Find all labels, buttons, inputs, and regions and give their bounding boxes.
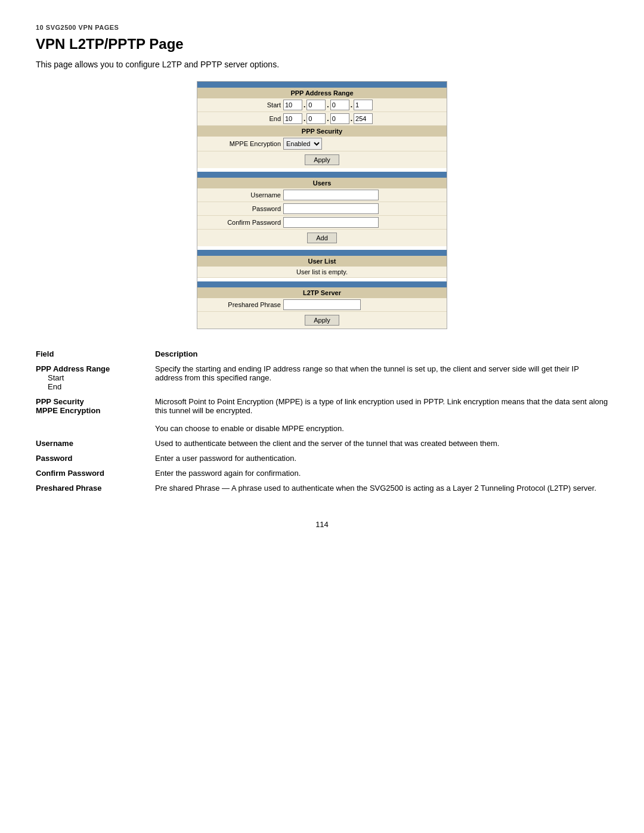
username-row: Username	[197, 188, 447, 202]
confirm-password-input-area	[283, 217, 444, 228]
preshared-input[interactable]	[283, 299, 361, 310]
add-button[interactable]: Add	[307, 233, 337, 243]
table-row-preshared: Preshared Phrase Pre shared Phrase — A p…	[36, 481, 608, 496]
start-ip-inputs: . . .	[283, 100, 444, 110]
apply-button-2[interactable]: Apply	[305, 315, 339, 326]
description-header: Description	[155, 347, 608, 362]
end-label: End	[200, 115, 283, 122]
table-row-ppp-security: PPP SecurityMPPE Encryption Microsoft Po…	[36, 395, 608, 436]
password-input[interactable]	[283, 203, 379, 214]
start-ip-c[interactable]	[330, 100, 349, 110]
confirm-password-row: Confirm Password	[197, 216, 447, 230]
mppe-label: MPPE Encryption	[200, 140, 283, 147]
table-row-password: Password Enter a user password for authe…	[36, 451, 608, 466]
ppp-address-section-bar	[197, 82, 447, 88]
start-ip-b[interactable]	[306, 100, 326, 110]
users-section-label: Users	[197, 178, 447, 188]
dot1: .	[304, 101, 305, 109]
table-row-confirm-password: Confirm Password Enter the password agai…	[36, 466, 608, 481]
end-ip-row: End . . .	[197, 112, 447, 126]
page-title: VPN L2TP/PPTP Page	[36, 36, 608, 52]
ppp-security-section-label: PPP Security	[197, 126, 447, 137]
preshared-label: Preshared Phrase	[200, 301, 283, 308]
desc-confirm-password: Enter the password again for confirmatio…	[155, 466, 608, 481]
apply-row-1: Apply	[197, 151, 447, 168]
dot3: .	[351, 101, 352, 109]
add-row: Add	[197, 230, 447, 246]
end-ip-inputs: . . .	[283, 113, 444, 124]
password-input-area	[283, 203, 444, 214]
username-input-area	[283, 190, 444, 200]
password-row: Password	[197, 202, 447, 216]
desc-preshared: Pre shared Phrase — A phrase used to aut…	[155, 481, 608, 496]
username-label: Username	[200, 191, 283, 199]
end-ip-b[interactable]	[306, 113, 326, 124]
end-ip-d[interactable]	[354, 113, 373, 124]
users-section-bar	[197, 172, 447, 178]
l2tp-section-label: L2TP Server	[197, 287, 447, 298]
page-description: This page allows you to configure L2TP a…	[36, 60, 608, 69]
ppp-address-section-label: PPP Address Range	[197, 88, 447, 98]
field-password: Password	[36, 451, 155, 466]
desc-ppp-security: Microsoft Point to Point Encryption (MPP…	[155, 395, 608, 436]
field-username: Username	[36, 436, 155, 451]
field-ppp-security: PPP SecurityMPPE Encryption	[36, 395, 155, 436]
confirm-password-input[interactable]	[283, 217, 379, 228]
l2tp-section-bar	[197, 281, 447, 287]
vpn-form-container: PPP Address Range Start . . . End . . . …	[197, 81, 447, 329]
desc-username: Used to authenticate between the client …	[155, 436, 608, 451]
start-ip-row: Start . . .	[197, 98, 447, 112]
desc-ppp-address: Specify the starting and ending IP addre…	[155, 362, 608, 395]
confirm-password-label: Confirm Password	[200, 219, 283, 226]
field-preshared: Preshared Phrase	[36, 481, 155, 496]
mppe-input-area: Enabled Disabled	[283, 138, 444, 150]
table-row-ppp-address: PPP Address RangeStartEnd Specify the st…	[36, 362, 608, 395]
apply-button-1[interactable]: Apply	[305, 154, 339, 165]
password-label: Password	[200, 205, 283, 212]
start-ip-d[interactable]	[354, 100, 373, 110]
page-number: 114	[36, 520, 608, 529]
dot4: .	[304, 114, 305, 123]
dot2: .	[327, 101, 329, 109]
start-ip-a[interactable]	[283, 100, 302, 110]
field-confirm-password: Confirm Password	[36, 466, 155, 481]
preshared-input-area	[283, 299, 444, 310]
mppe-row: MPPE Encryption Enabled Disabled	[197, 137, 447, 151]
desc-password: Enter a user password for authentication…	[155, 451, 608, 466]
apply-row-2: Apply	[197, 312, 447, 329]
mppe-select[interactable]: Enabled Disabled	[283, 138, 322, 150]
end-ip-a[interactable]	[283, 113, 302, 124]
table-row-username: Username Used to authenticate between th…	[36, 436, 608, 451]
preshared-row: Preshared Phrase	[197, 298, 447, 312]
dot6: .	[351, 114, 352, 123]
field-header: Field	[36, 347, 155, 362]
user-list-empty: User list is empty.	[197, 267, 447, 278]
dot5: .	[327, 114, 329, 123]
end-ip-c[interactable]	[330, 113, 349, 124]
username-input[interactable]	[283, 190, 379, 200]
chapter-label: 10 SVG2500 VPN PAGES	[36, 24, 608, 31]
description-table: Field Description PPP Address RangeStart…	[36, 347, 608, 496]
field-ppp-address: PPP Address RangeStartEnd	[36, 362, 155, 395]
user-list-section-bar	[197, 250, 447, 256]
user-list-section-label: User List	[197, 256, 447, 267]
start-label: Start	[200, 101, 283, 109]
